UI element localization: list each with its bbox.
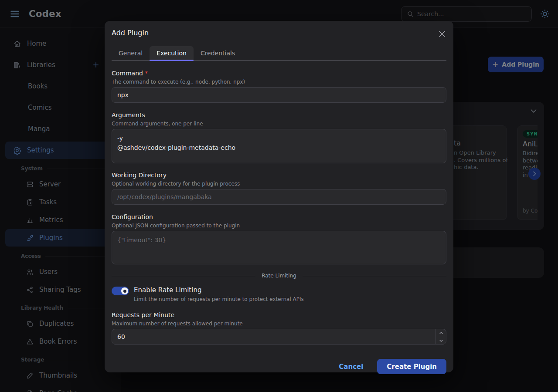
tab-credentials[interactable]: Credentials	[194, 46, 242, 60]
rate-limiting-section-divider: Rate Limiting	[112, 273, 446, 279]
configuration-label: Configuration	[112, 213, 446, 220]
stepper-down-icon[interactable]	[436, 337, 446, 344]
working-directory-label: Working Directory	[112, 172, 446, 179]
arguments-field: Arguments Command arguments, one per lin…	[112, 112, 446, 163]
command-helper: The command to execute (e.g., node, pyth…	[112, 79, 446, 85]
requests-per-minute-label: Requests per Minute	[112, 311, 446, 318]
enable-rate-limiting-helper: Limit the number of requests per minute …	[134, 296, 304, 302]
working-directory-field: Working Directory Optional working direc…	[112, 172, 446, 205]
required-asterisk: *	[145, 70, 148, 77]
cancel-button[interactable]: Cancel	[331, 359, 371, 374]
number-stepper	[436, 329, 446, 344]
requests-per-minute-helper: Maximum number of requests allowed per m…	[112, 321, 446, 327]
modal-tabs: General Execution Credentials	[112, 46, 446, 61]
configuration-field: Configuration Optional JSON configuratio…	[112, 213, 446, 264]
enable-rate-limiting-label: Enable Rate Limiting	[134, 286, 304, 294]
stepper-up-icon[interactable]	[436, 329, 446, 337]
modal-title: Add Plugin	[112, 29, 149, 37]
arguments-helper: Command arguments, one per line	[112, 121, 446, 127]
configuration-helper: Optional JSON configuration passed to th…	[112, 223, 446, 229]
working-directory-input[interactable]	[112, 189, 446, 205]
requests-per-minute-input[interactable]	[112, 329, 446, 345]
arguments-textarea[interactable]: -y @ashdev/codex-plugin-metadata-echo	[112, 129, 446, 163]
enable-rate-limiting-row: Enable Rate Limiting Limit the number of…	[112, 286, 446, 302]
command-label: Command*	[112, 70, 446, 77]
close-icon[interactable]	[438, 30, 446, 38]
command-input[interactable]	[112, 87, 446, 103]
create-plugin-button[interactable]: Create Plugin	[377, 359, 446, 374]
tab-general[interactable]: General	[112, 46, 150, 60]
section-title: Rate Limiting	[262, 273, 296, 279]
working-directory-helper: Optional working directory for the plugi…	[112, 181, 446, 187]
toggle-knob	[121, 287, 128, 294]
configuration-textarea[interactable]	[112, 231, 446, 264]
enable-rate-limiting-toggle[interactable]	[112, 287, 129, 295]
tab-execution[interactable]: Execution	[150, 46, 194, 60]
requests-per-minute-field: Requests per Minute Maximum number of re…	[112, 311, 446, 345]
command-field: Command* The command to execute (e.g., n…	[112, 70, 446, 103]
add-plugin-modal: Add Plugin General Execution Credentials…	[105, 21, 453, 372]
arguments-label: Arguments	[112, 112, 446, 118]
